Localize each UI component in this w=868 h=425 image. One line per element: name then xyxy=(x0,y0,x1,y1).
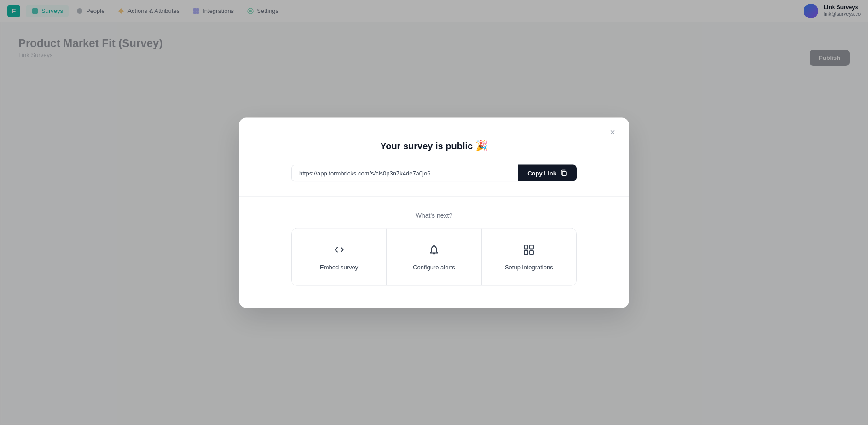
embed-survey-icon xyxy=(333,243,346,258)
setup-integrations-icon xyxy=(522,243,535,258)
modal-divider xyxy=(239,196,629,197)
configure-alerts-card[interactable]: Configure alerts xyxy=(386,228,481,285)
modal-close-button[interactable]: × xyxy=(605,125,620,140)
svg-rect-10 xyxy=(524,245,528,249)
copy-icon xyxy=(560,169,567,177)
survey-url-input[interactable] xyxy=(291,164,518,181)
modal-title: Your survey is public 🎉 xyxy=(257,140,611,151)
embed-survey-card[interactable]: Embed survey xyxy=(292,228,386,285)
configure-alerts-label: Configure alerts xyxy=(413,263,455,270)
svg-rect-11 xyxy=(530,245,533,249)
whats-next-label: What's next? xyxy=(257,211,611,219)
setup-integrations-card[interactable]: Setup integrations xyxy=(481,228,576,285)
svg-rect-13 xyxy=(530,250,533,254)
party-emoji: 🎉 xyxy=(475,140,488,151)
svg-rect-8 xyxy=(562,172,566,176)
share-modal: × Your survey is public 🎉 Copy Link What… xyxy=(239,117,629,308)
action-cards: Embed survey Configure alerts xyxy=(291,228,577,285)
svg-rect-12 xyxy=(524,250,528,254)
setup-integrations-label: Setup integrations xyxy=(505,263,553,270)
configure-alerts-icon xyxy=(428,243,440,258)
embed-survey-label: Embed survey xyxy=(320,263,358,270)
copy-link-button[interactable]: Copy Link xyxy=(518,165,577,181)
url-copy-row: Copy Link xyxy=(291,164,577,181)
